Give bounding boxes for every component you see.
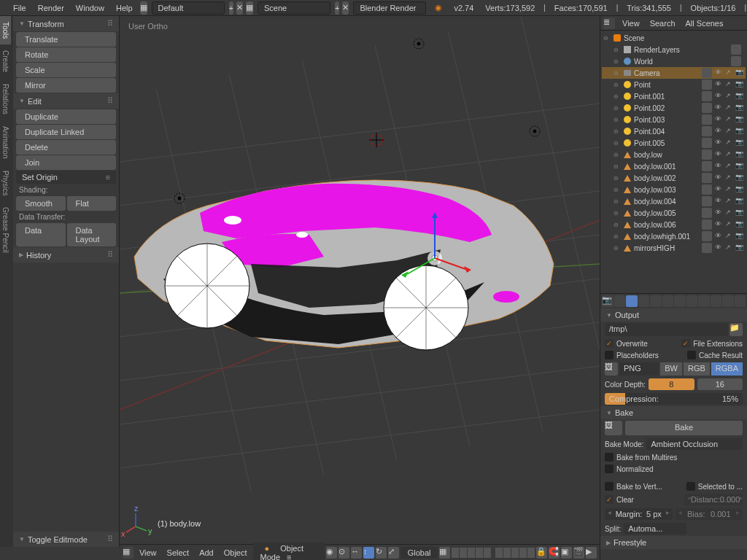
outliner-item-Point-004[interactable]: ⊖Point.004👁↗📷: [602, 125, 746, 137]
translate-button[interactable]: Translate: [16, 32, 116, 47]
duplicate-linked-button[interactable]: Duplicate Linked: [16, 125, 116, 139]
transform-header[interactable]: Transform⠿: [13, 16, 119, 31]
set-origin-dropdown[interactable]: Set Origin: [16, 171, 116, 184]
smooth-button[interactable]: Smooth: [16, 196, 66, 211]
history-header[interactable]: History⠿: [13, 247, 119, 262]
bake-vert-check[interactable]: [605, 482, 614, 491]
menu-select[interactable]: Select: [163, 548, 194, 557]
tab-material[interactable]: [698, 295, 710, 307]
render-preview-icon[interactable]: 🎬: [573, 547, 584, 559]
bw-button[interactable]: BW: [660, 362, 682, 376]
compression-slider[interactable]: Compression:15%: [605, 393, 743, 405]
layout-delete-icon[interactable]: ✕: [236, 1, 243, 15]
bake-button[interactable]: Bake: [625, 421, 743, 435]
outliner-menu-view[interactable]: View: [619, 19, 643, 28]
manipulator-scale-icon[interactable]: ⤢: [388, 547, 399, 559]
render-anim-icon[interactable]: ▶: [586, 547, 597, 559]
file-ext-check[interactable]: [681, 339, 690, 348]
tab-data[interactable]: [686, 295, 698, 307]
scene-browse-icon[interactable]: ▦: [246, 1, 253, 15]
layout-selector[interactable]: Default: [152, 1, 225, 15]
outliner-item-body-low-004[interactable]: ⊖body.low.004👁↗📷: [602, 195, 746, 207]
outliner-item-body-lowhigh-001[interactable]: ⊖body.lowhigh.001👁↗📷: [602, 230, 746, 242]
outliner-item-body-low-003[interactable]: ⊖body.low.003👁↗📷: [602, 184, 746, 195]
depth-16-button[interactable]: 16: [697, 378, 743, 390]
bake-header[interactable]: Bake: [600, 406, 747, 419]
renderer-selector[interactable]: Blender Render: [353, 1, 426, 15]
rgb-button[interactable]: RGB: [684, 362, 710, 376]
format-icon[interactable]: 🖼: [605, 362, 618, 376]
outliner-menu-search[interactable]: Search: [647, 19, 678, 28]
delete-button[interactable]: Delete: [16, 140, 116, 155]
tab-render[interactable]: 📷: [602, 295, 614, 307]
manipulator-rotate-icon[interactable]: ↻: [376, 547, 387, 559]
tab-particles[interactable]: [722, 295, 734, 307]
tab-constraints[interactable]: [662, 295, 674, 307]
menu-window[interactable]: Window: [70, 4, 110, 12]
outliner-item-Point-002[interactable]: ⊖Point.002👁↗📷: [602, 102, 746, 114]
pivot-icon[interactable]: ⊙: [338, 547, 349, 559]
outliner-display-mode[interactable]: All Scenes: [683, 19, 727, 28]
snap-icon[interactable]: 🧲: [549, 547, 560, 559]
output-path-field[interactable]: /tmp\: [605, 323, 728, 336]
scale-button[interactable]: Scale: [16, 63, 116, 77]
normalized-check[interactable]: [605, 464, 614, 473]
shading-solid-icon[interactable]: ◉: [326, 547, 337, 559]
selected-to-check[interactable]: [686, 482, 695, 491]
layout-add-icon[interactable]: +: [229, 1, 233, 15]
manipulator-translate-icon[interactable]: ↕: [363, 547, 374, 559]
outliner-item-Camera[interactable]: ⊖Camera👁↗📷: [602, 67, 746, 79]
duplicate-button[interactable]: Duplicate: [16, 109, 116, 124]
editor-type-icon[interactable]: ▦: [123, 547, 133, 559]
outliner-item-mirrorsHIGH[interactable]: ⊖mirrorsHIGH👁↗📷: [602, 242, 746, 254]
outliner-item-body-low-001[interactable]: ⊖body.low.001👁↗📷: [602, 160, 746, 172]
output-header[interactable]: Output: [600, 308, 747, 322]
lock-camera-icon[interactable]: 🔒: [536, 547, 547, 559]
tab-tools[interactable]: Tools: [0, 16, 11, 44]
freestyle-header[interactable]: Freestyle: [600, 536, 747, 549]
split-dropdown[interactable]: Automa...: [624, 523, 686, 534]
bake-image-icon[interactable]: 🖼: [605, 421, 622, 435]
snap-element-icon[interactable]: ▣: [561, 547, 572, 559]
overwrite-check[interactable]: [605, 339, 614, 348]
outliner-item-RenderLayers[interactable]: ⊖RenderLayers: [602, 44, 746, 55]
data-layout-button[interactable]: Data Layout: [67, 223, 117, 246]
bake-multires-check[interactable]: [605, 453, 614, 462]
rotate-button[interactable]: Rotate: [16, 47, 116, 62]
scene-selector[interactable]: Scene: [258, 1, 330, 15]
editor-type-outliner-icon[interactable]: ≣: [603, 18, 615, 29]
tab-animation[interactable]: Animation: [0, 120, 11, 164]
mode-selector[interactable]: ● Object Mode ≡: [253, 542, 325, 561]
rgba-button[interactable]: RGBA: [711, 362, 743, 376]
orientation-selector[interactable]: Global: [400, 547, 438, 559]
outliner-item-body-low-006[interactable]: ⊖body.low.006👁↗📷: [602, 219, 746, 230]
menu-file[interactable]: File: [7, 4, 32, 12]
outliner-tree[interactable]: ⊖Scene⊖RenderLayers⊖World⊖Camera👁↗📷⊖Poin…: [600, 31, 747, 292]
outliner-item-Scene[interactable]: ⊖Scene: [602, 32, 746, 44]
outliner-item-body-low-005[interactable]: ⊖body.low.005👁↗📷: [602, 207, 746, 219]
tab-create[interactable]: Create: [0, 44, 11, 78]
outliner-item-Point-003[interactable]: ⊖Point.003👁↗📷: [602, 114, 746, 125]
tab-physics[interactable]: Physics: [0, 165, 11, 201]
bake-mode-dropdown[interactable]: Ambient Occlusion: [646, 438, 743, 450]
outliner-item-Point[interactable]: ⊖Point👁↗📷: [602, 79, 746, 90]
clear-check[interactable]: [605, 495, 614, 504]
tab-grease-pencil[interactable]: Grease Pencil: [0, 201, 11, 259]
outliner-item-World[interactable]: ⊖World: [602, 55, 746, 67]
manipulator-icon[interactable]: ↔: [351, 547, 362, 559]
data-button[interactable]: Data: [16, 223, 66, 246]
layout-browse-icon[interactable]: ▦: [140, 1, 147, 15]
viewport-canvas[interactable]: z y x: [120, 16, 600, 547]
margin-field[interactable]: Margin:5 px: [605, 508, 673, 520]
tab-modifiers[interactable]: [674, 295, 686, 307]
menu-view[interactable]: View: [135, 548, 161, 557]
format-dropdown[interactable]: PNG: [619, 362, 659, 376]
tab-world[interactable]: [638, 295, 650, 307]
flat-button[interactable]: Flat: [67, 196, 117, 211]
menu-render[interactable]: Render: [32, 4, 70, 12]
placeholders-check[interactable]: [605, 351, 614, 359]
scene-delete-icon[interactable]: ✕: [342, 1, 349, 15]
join-button[interactable]: Join: [16, 155, 116, 170]
tab-texture[interactable]: [711, 295, 722, 307]
mirror-button[interactable]: Mirror: [16, 78, 116, 93]
